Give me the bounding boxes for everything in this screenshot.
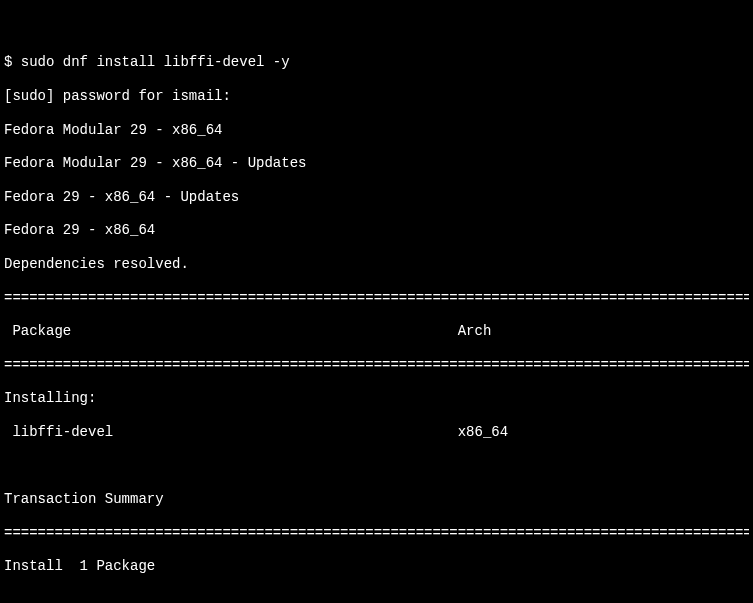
repo-line: Fedora Modular 29 - x86_64 [4,122,749,139]
command-line: $ sudo dnf install libffi-devel -y [4,54,749,71]
section-installing: Installing: [4,390,749,407]
package-row: libffi-devel x86_64 [4,424,749,441]
table-header: Package Arch [4,323,749,340]
pkg-name: libffi-devel [4,424,113,440]
blank-line [4,592,749,603]
divider-double: ========================================… [4,525,749,542]
repo-line: Fedora Modular 29 - x86_64 - Updates [4,155,749,172]
divider-double: ========================================… [4,290,749,307]
col-package: Package [4,323,71,339]
deps-resolved: Dependencies resolved. [4,256,749,273]
install-count: Install 1 Package [4,558,749,575]
pkg-arch: x86_64 [458,424,508,440]
repo-line: Fedora 29 - x86_64 - Updates [4,189,749,206]
divider-double: ========================================… [4,357,749,374]
blank-line [4,458,749,475]
col-arch: Arch [458,323,492,339]
repo-line: Fedora 29 - x86_64 [4,222,749,239]
txn-summary-label: Transaction Summary [4,491,749,508]
sudo-prompt: [sudo] password for ismail: [4,88,749,105]
